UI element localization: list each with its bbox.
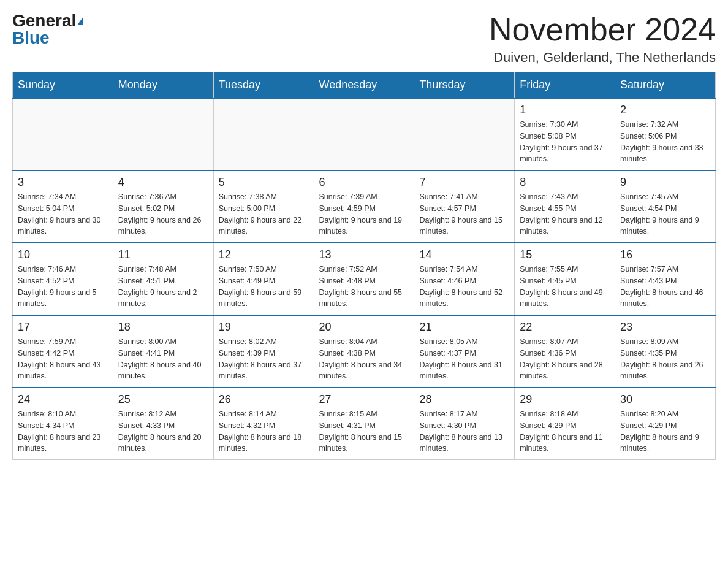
calendar-cell: 7Sunrise: 7:41 AMSunset: 4:57 PMDaylight… — [414, 170, 515, 243]
calendar-cell: 28Sunrise: 8:17 AMSunset: 4:30 PMDayligh… — [414, 388, 515, 460]
day-info: Sunrise: 8:12 AMSunset: 4:33 PMDaylight:… — [118, 408, 208, 454]
day-info: Sunrise: 8:05 AMSunset: 4:37 PMDaylight:… — [419, 336, 509, 382]
calendar-cell: 3Sunrise: 7:34 AMSunset: 5:04 PMDaylight… — [13, 170, 113, 243]
calendar-cell — [13, 98, 113, 170]
day-info: Sunrise: 7:30 AMSunset: 5:08 PMDaylight:… — [520, 119, 610, 165]
day-number: 9 — [620, 176, 710, 189]
day-info: Sunrise: 8:02 AMSunset: 4:39 PMDaylight:… — [219, 336, 309, 382]
title-area: November 2024 Duiven, Gelderland, The Ne… — [489, 12, 716, 66]
day-info: Sunrise: 7:36 AMSunset: 5:02 PMDaylight:… — [118, 191, 208, 237]
day-info: Sunrise: 7:52 AMSunset: 4:48 PMDaylight:… — [319, 264, 409, 310]
day-info: Sunrise: 7:39 AMSunset: 4:59 PMDaylight:… — [319, 191, 409, 237]
day-number: 7 — [419, 176, 509, 189]
calendar-cell — [314, 98, 414, 170]
day-info: Sunrise: 7:59 AMSunset: 4:42 PMDaylight:… — [18, 336, 108, 382]
calendar-table: SundayMondayTuesdayWednesdayThursdayFrid… — [12, 72, 716, 460]
column-header-friday: Friday — [515, 72, 615, 99]
day-number: 28 — [419, 393, 509, 406]
day-number: 25 — [118, 393, 208, 406]
day-info: Sunrise: 8:14 AMSunset: 4:32 PMDaylight:… — [219, 408, 309, 454]
day-info: Sunrise: 7:32 AMSunset: 5:06 PMDaylight:… — [620, 119, 710, 165]
day-info: Sunrise: 8:18 AMSunset: 4:29 PMDaylight:… — [520, 408, 610, 454]
day-info: Sunrise: 7:54 AMSunset: 4:46 PMDaylight:… — [419, 264, 509, 310]
day-number: 30 — [620, 393, 710, 406]
calendar-cell: 20Sunrise: 8:04 AMSunset: 4:38 PMDayligh… — [314, 315, 414, 388]
day-number: 5 — [219, 176, 309, 189]
calendar-cell — [213, 98, 314, 170]
day-number: 17 — [18, 321, 108, 334]
calendar-cell: 19Sunrise: 8:02 AMSunset: 4:39 PMDayligh… — [213, 315, 314, 388]
column-header-saturday: Saturday — [615, 72, 716, 99]
day-number: 26 — [219, 393, 309, 406]
day-info: Sunrise: 7:45 AMSunset: 4:54 PMDaylight:… — [620, 191, 710, 237]
week-row-1: 1Sunrise: 7:30 AMSunset: 5:08 PMDaylight… — [13, 98, 716, 170]
column-header-thursday: Thursday — [414, 72, 515, 99]
week-row-5: 24Sunrise: 8:10 AMSunset: 4:34 PMDayligh… — [13, 388, 716, 460]
day-info: Sunrise: 7:43 AMSunset: 4:55 PMDaylight:… — [520, 191, 610, 237]
day-info: Sunrise: 8:04 AMSunset: 4:38 PMDaylight:… — [319, 336, 409, 382]
page-header: General Blue November 2024 Duiven, Gelde… — [12, 12, 716, 66]
day-number: 10 — [18, 248, 108, 261]
day-info: Sunrise: 7:46 AMSunset: 4:52 PMDaylight:… — [18, 264, 108, 310]
day-number: 14 — [419, 248, 509, 261]
day-info: Sunrise: 7:38 AMSunset: 5:00 PMDaylight:… — [219, 191, 309, 237]
day-number: 23 — [620, 321, 710, 334]
calendar-cell: 13Sunrise: 7:52 AMSunset: 4:48 PMDayligh… — [314, 243, 414, 315]
day-info: Sunrise: 7:57 AMSunset: 4:43 PMDaylight:… — [620, 264, 710, 310]
day-number: 16 — [620, 248, 710, 261]
day-number: 3 — [18, 176, 108, 189]
calendar-cell: 9Sunrise: 7:45 AMSunset: 4:54 PMDaylight… — [615, 170, 716, 243]
day-info: Sunrise: 8:20 AMSunset: 4:29 PMDaylight:… — [620, 408, 710, 454]
day-number: 2 — [620, 104, 710, 117]
column-header-monday: Monday — [113, 72, 213, 99]
calendar-cell — [414, 98, 515, 170]
calendar-cell: 5Sunrise: 7:38 AMSunset: 5:00 PMDaylight… — [213, 170, 314, 243]
calendar-cell: 29Sunrise: 8:18 AMSunset: 4:29 PMDayligh… — [515, 388, 615, 460]
day-info: Sunrise: 7:48 AMSunset: 4:51 PMDaylight:… — [118, 264, 208, 310]
day-number: 4 — [118, 176, 208, 189]
day-number: 18 — [118, 321, 208, 334]
day-number: 12 — [219, 248, 309, 261]
day-info: Sunrise: 7:41 AMSunset: 4:57 PMDaylight:… — [419, 191, 509, 237]
calendar-cell: 16Sunrise: 7:57 AMSunset: 4:43 PMDayligh… — [615, 243, 716, 315]
calendar-cell: 22Sunrise: 8:07 AMSunset: 4:36 PMDayligh… — [515, 315, 615, 388]
column-header-tuesday: Tuesday — [213, 72, 314, 99]
day-number: 15 — [520, 248, 610, 261]
calendar-cell: 24Sunrise: 8:10 AMSunset: 4:34 PMDayligh… — [13, 388, 113, 460]
day-number: 1 — [520, 104, 610, 117]
calendar-cell: 4Sunrise: 7:36 AMSunset: 5:02 PMDaylight… — [113, 170, 213, 243]
calendar-cell: 10Sunrise: 7:46 AMSunset: 4:52 PMDayligh… — [13, 243, 113, 315]
calendar-cell: 26Sunrise: 8:14 AMSunset: 4:32 PMDayligh… — [213, 388, 314, 460]
day-number: 27 — [319, 393, 409, 406]
day-number: 24 — [18, 393, 108, 406]
week-row-2: 3Sunrise: 7:34 AMSunset: 5:04 PMDaylight… — [13, 170, 716, 243]
calendar-cell: 6Sunrise: 7:39 AMSunset: 4:59 PMDaylight… — [314, 170, 414, 243]
logo: General Blue — [12, 12, 83, 47]
day-info: Sunrise: 7:50 AMSunset: 4:49 PMDaylight:… — [219, 264, 309, 310]
calendar-cell: 1Sunrise: 7:30 AMSunset: 5:08 PMDaylight… — [515, 98, 615, 170]
day-info: Sunrise: 8:10 AMSunset: 4:34 PMDaylight:… — [18, 408, 108, 454]
day-number: 13 — [319, 248, 409, 261]
calendar-cell: 17Sunrise: 7:59 AMSunset: 4:42 PMDayligh… — [13, 315, 113, 388]
calendar-cell: 23Sunrise: 8:09 AMSunset: 4:35 PMDayligh… — [615, 315, 716, 388]
calendar-cell: 21Sunrise: 8:05 AMSunset: 4:37 PMDayligh… — [414, 315, 515, 388]
day-number: 8 — [520, 176, 610, 189]
day-number: 22 — [520, 321, 610, 334]
month-title: November 2024 — [489, 12, 716, 47]
logo-triangle-icon — [77, 17, 83, 25]
day-info: Sunrise: 7:34 AMSunset: 5:04 PMDaylight:… — [18, 191, 108, 237]
day-number: 20 — [319, 321, 409, 334]
column-header-sunday: Sunday — [13, 72, 113, 99]
calendar-cell: 30Sunrise: 8:20 AMSunset: 4:29 PMDayligh… — [615, 388, 716, 460]
day-info: Sunrise: 7:55 AMSunset: 4:45 PMDaylight:… — [520, 264, 610, 310]
calendar-cell: 11Sunrise: 7:48 AMSunset: 4:51 PMDayligh… — [113, 243, 213, 315]
calendar-cell: 14Sunrise: 7:54 AMSunset: 4:46 PMDayligh… — [414, 243, 515, 315]
calendar-cell: 2Sunrise: 7:32 AMSunset: 5:06 PMDaylight… — [615, 98, 716, 170]
week-row-3: 10Sunrise: 7:46 AMSunset: 4:52 PMDayligh… — [13, 243, 716, 315]
day-info: Sunrise: 8:17 AMSunset: 4:30 PMDaylight:… — [419, 408, 509, 454]
day-number: 6 — [319, 176, 409, 189]
day-number: 21 — [419, 321, 509, 334]
location: Duiven, Gelderland, The Netherlands — [489, 50, 716, 66]
day-info: Sunrise: 8:00 AMSunset: 4:41 PMDaylight:… — [118, 336, 208, 382]
calendar-cell: 15Sunrise: 7:55 AMSunset: 4:45 PMDayligh… — [515, 243, 615, 315]
